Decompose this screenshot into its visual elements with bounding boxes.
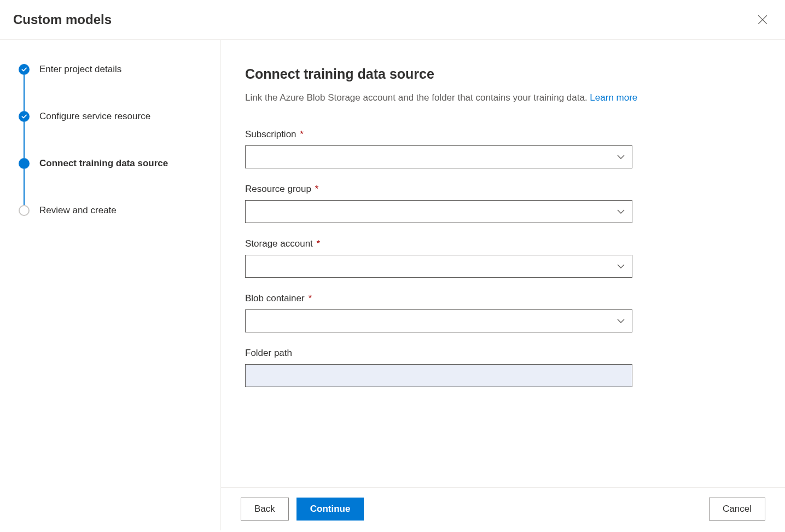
step-label: Enter project details [39,64,121,75]
current-step-icon [19,158,30,169]
step-review-and-create[interactable]: Review and create [19,205,207,216]
step-connect-training-data-source[interactable]: Connect training data source [19,158,207,169]
check-icon [19,64,30,75]
close-icon [758,15,767,25]
page-title: Custom models [13,12,112,27]
step-label: Configure service resource [39,111,150,122]
step-configure-service-resource[interactable]: Configure service resource [19,111,207,122]
blob-container-label: Blob container * [245,293,632,304]
storage-account-select[interactable] [245,255,632,278]
section-description: Link the Azure Blob Storage account and … [245,91,639,105]
step-label: Connect training data source [39,158,168,169]
subscription-select[interactable] [245,145,632,168]
folder-path-input[interactable] [245,364,632,387]
wizard-footer: Back Continue Cancel [221,487,785,530]
check-icon [19,111,30,122]
section-title: Connect training data source [245,66,761,82]
page-header: Custom models [0,0,785,40]
subscription-label: Subscription * [245,129,632,140]
storage-account-label: Storage account * [245,238,632,249]
step-label: Review and create [39,205,117,216]
continue-button[interactable]: Continue [296,498,364,521]
folder-path-label: Folder path [245,348,632,359]
back-button[interactable]: Back [241,498,289,521]
cancel-button[interactable]: Cancel [709,498,765,521]
step-enter-project-details[interactable]: Enter project details [19,64,207,75]
wizard-steps: Enter project details Configure service … [0,40,221,530]
upcoming-step-icon [19,205,30,216]
blob-container-select[interactable] [245,309,632,332]
resource-group-select[interactable] [245,200,632,223]
learn-more-link[interactable]: Learn more [590,92,637,103]
resource-group-label: Resource group * [245,184,632,195]
close-button[interactable] [755,13,770,27]
